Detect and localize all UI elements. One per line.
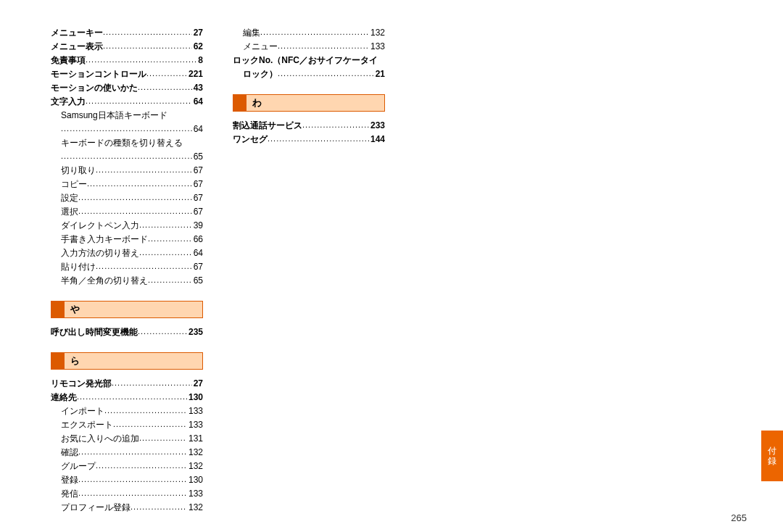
- index-entry: 64: [51, 122, 203, 136]
- index-entry: 入力方法の切り替え64: [51, 246, 203, 260]
- section-header-wa: わ: [233, 94, 385, 112]
- index-entry: 割込通話サービス233: [233, 119, 385, 133]
- index-entry: 65: [51, 150, 203, 164]
- index-entry: メニュー表示62: [51, 40, 203, 54]
- index-entry: ダイレクトペン入力39: [51, 219, 203, 233]
- index-entry: グループ132: [51, 460, 203, 473]
- index-entry: エクスポート133: [51, 418, 203, 432]
- index-entry: 免責事項8: [51, 54, 203, 67]
- index-entry-wrap: Samsung日本語キーボード: [51, 109, 203, 122]
- index-entry: インポート133: [51, 404, 203, 418]
- index-entry-wrap: ロックNo.（NFC／おサイフケータイ: [233, 54, 385, 67]
- index-entry: 手書き入力キーボード66: [51, 233, 203, 246]
- index-column-left: メニューキー27メニュー表示62免責事項8モーションコントロール221モーション…: [51, 26, 203, 515]
- index-entry: ワンセグ144: [233, 133, 385, 146]
- index-entry: 切り取り67: [51, 164, 203, 178]
- index-entry: モーションの使いかた43: [51, 81, 203, 95]
- index-page: メニューキー27メニュー表示62免責事項8モーションコントロール221モーション…: [0, 0, 783, 532]
- index-entry-wrap: キーボードの種類を切り替える: [51, 136, 203, 150]
- page-number: 265: [731, 512, 747, 523]
- index-entry: 呼び出し時間変更機能235: [51, 325, 203, 339]
- index-entry: 設定67: [51, 191, 203, 205]
- index-entry: 発信133: [51, 487, 203, 501]
- index-entry: ロック）21: [233, 67, 385, 81]
- index-entry: 編集132: [233, 26, 385, 40]
- index-entry: 登録130: [51, 473, 203, 487]
- index-entry: 貼り付け67: [51, 260, 203, 274]
- index-entry: メニュー133: [233, 40, 385, 54]
- index-entry: お気に入りへの追加131: [51, 432, 203, 446]
- side-tab-appendix: 付録: [761, 431, 783, 481]
- index-column-right: 編集132メニュー133 ロックNo.（NFC／おサイフケータイ ロック）21 …: [233, 26, 385, 146]
- index-entry: 文字入力64: [51, 95, 203, 109]
- section-header-ya: や: [51, 301, 203, 318]
- side-tab-label: 付録: [768, 446, 776, 466]
- index-entry: 確認132: [51, 446, 203, 460]
- index-entry: モーションコントロール221: [51, 67, 203, 81]
- index-entry: プロフィール登録132: [51, 501, 203, 515]
- index-entry: リモコン発光部27: [51, 377, 203, 391]
- index-entry: メニューキー27: [51, 26, 203, 40]
- section-header-ra: ら: [51, 352, 203, 370]
- index-entry: 選択67: [51, 205, 203, 219]
- index-entry: コピー67: [51, 178, 203, 191]
- index-entry: 半角／全角の切り替え65: [51, 274, 203, 288]
- index-entry: 連絡先130: [51, 391, 203, 404]
